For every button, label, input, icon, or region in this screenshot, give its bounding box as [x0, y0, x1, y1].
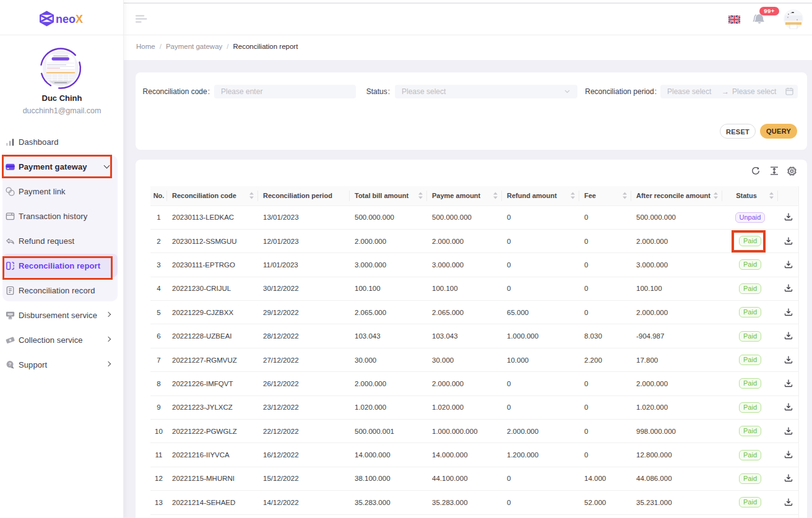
svg-text:?: ? [9, 361, 12, 367]
